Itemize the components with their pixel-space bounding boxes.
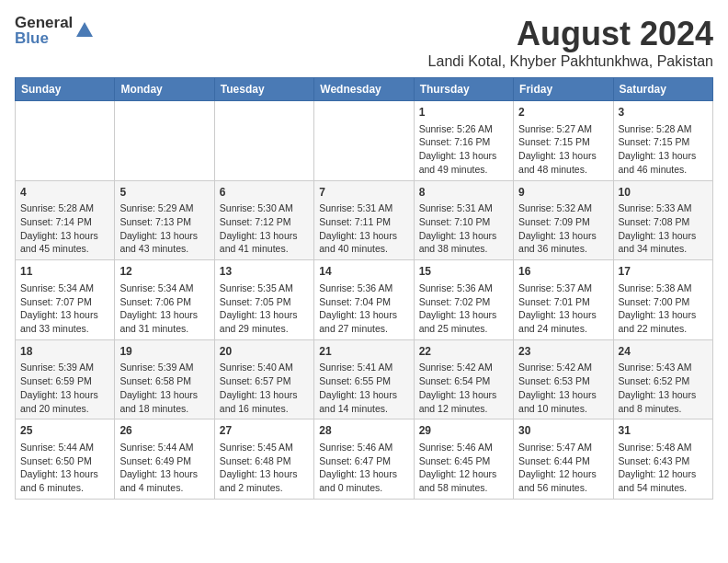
day-info: Sunrise: 5:34 AM Sunset: 7:06 PM Dayligh… bbox=[119, 282, 209, 336]
header-row: SundayMondayTuesdayWednesdayThursdayFrid… bbox=[16, 78, 713, 101]
day-info: Sunrise: 5:40 AM Sunset: 6:57 PM Dayligh… bbox=[220, 361, 309, 415]
day-number: 3 bbox=[619, 105, 708, 121]
day-number: 5 bbox=[119, 185, 209, 201]
day-info: Sunrise: 5:36 AM Sunset: 7:04 PM Dayligh… bbox=[319, 282, 408, 336]
day-number: 25 bbox=[20, 423, 109, 439]
calendar-title: August 2024 bbox=[428, 15, 713, 53]
day-info: Sunrise: 5:39 AM Sunset: 6:59 PM Dayligh… bbox=[20, 361, 109, 415]
day-info: Sunrise: 5:42 AM Sunset: 6:53 PM Dayligh… bbox=[518, 361, 608, 415]
day-info: Sunrise: 5:45 AM Sunset: 6:48 PM Dayligh… bbox=[220, 441, 309, 495]
day-info: Sunrise: 5:34 AM Sunset: 7:07 PM Dayligh… bbox=[20, 282, 109, 336]
day-cell: 20Sunrise: 5:40 AM Sunset: 6:57 PM Dayli… bbox=[214, 339, 313, 419]
day-info: Sunrise: 5:28 AM Sunset: 7:14 PM Dayligh… bbox=[20, 201, 109, 256]
day-cell: 29Sunrise: 5:46 AM Sunset: 6:45 PM Dayli… bbox=[414, 419, 513, 500]
day-info: Sunrise: 5:46 AM Sunset: 6:47 PM Dayligh… bbox=[319, 441, 408, 495]
day-info: Sunrise: 5:39 AM Sunset: 6:58 PM Dayligh… bbox=[119, 361, 209, 415]
day-number: 4 bbox=[20, 185, 109, 201]
day-cell bbox=[115, 101, 214, 181]
day-number: 8 bbox=[419, 185, 508, 201]
day-cell: 24Sunrise: 5:43 AM Sunset: 6:52 PM Dayli… bbox=[613, 339, 712, 419]
day-info: Sunrise: 5:44 AM Sunset: 6:50 PM Dayligh… bbox=[20, 441, 109, 495]
day-cell: 10Sunrise: 5:33 AM Sunset: 7:08 PM Dayli… bbox=[613, 180, 712, 260]
day-cell: 11Sunrise: 5:34 AM Sunset: 7:07 PM Dayli… bbox=[16, 260, 115, 340]
day-number: 7 bbox=[319, 185, 408, 201]
logo: General Blue bbox=[15, 15, 95, 46]
day-cell bbox=[16, 101, 115, 181]
day-cell: 15Sunrise: 5:36 AM Sunset: 7:02 PM Dayli… bbox=[414, 260, 513, 340]
day-number: 24 bbox=[619, 344, 708, 360]
day-info: Sunrise: 5:33 AM Sunset: 7:08 PM Dayligh… bbox=[619, 201, 708, 256]
day-cell: 2Sunrise: 5:27 AM Sunset: 7:15 PM Daylig… bbox=[514, 101, 613, 181]
day-cell: 27Sunrise: 5:45 AM Sunset: 6:48 PM Dayli… bbox=[214, 419, 313, 500]
day-info: Sunrise: 5:26 AM Sunset: 7:16 PM Dayligh… bbox=[419, 122, 508, 177]
col-header-saturday: Saturday bbox=[613, 78, 712, 101]
day-cell: 9Sunrise: 5:32 AM Sunset: 7:09 PM Daylig… bbox=[514, 180, 613, 260]
day-info: Sunrise: 5:35 AM Sunset: 7:05 PM Dayligh… bbox=[220, 282, 309, 336]
day-info: Sunrise: 5:38 AM Sunset: 7:00 PM Dayligh… bbox=[619, 282, 708, 336]
day-cell: 30Sunrise: 5:47 AM Sunset: 6:44 PM Dayli… bbox=[514, 419, 613, 500]
day-cell: 25Sunrise: 5:44 AM Sunset: 6:50 PM Dayli… bbox=[16, 419, 115, 500]
day-cell: 14Sunrise: 5:36 AM Sunset: 7:04 PM Dayli… bbox=[314, 260, 414, 340]
week-row-5: 25Sunrise: 5:44 AM Sunset: 6:50 PM Dayli… bbox=[16, 419, 713, 500]
day-info: Sunrise: 5:37 AM Sunset: 7:01 PM Dayligh… bbox=[518, 282, 608, 336]
day-number: 15 bbox=[419, 264, 508, 280]
day-number: 26 bbox=[119, 423, 209, 439]
day-cell: 26Sunrise: 5:44 AM Sunset: 6:49 PM Dayli… bbox=[115, 419, 214, 500]
day-number: 21 bbox=[319, 344, 408, 360]
day-cell bbox=[314, 101, 414, 181]
day-number: 6 bbox=[220, 185, 309, 201]
day-number: 12 bbox=[119, 264, 209, 280]
col-header-tuesday: Tuesday bbox=[214, 78, 313, 101]
day-cell: 6Sunrise: 5:30 AM Sunset: 7:12 PM Daylig… bbox=[214, 180, 313, 260]
day-cell: 28Sunrise: 5:46 AM Sunset: 6:47 PM Dayli… bbox=[314, 419, 414, 500]
day-number: 9 bbox=[518, 185, 608, 201]
week-row-1: 1Sunrise: 5:26 AM Sunset: 7:16 PM Daylig… bbox=[16, 101, 713, 181]
day-number: 2 bbox=[518, 105, 608, 121]
day-info: Sunrise: 5:29 AM Sunset: 7:13 PM Dayligh… bbox=[119, 201, 209, 256]
day-number: 22 bbox=[419, 344, 508, 360]
day-cell: 17Sunrise: 5:38 AM Sunset: 7:00 PM Dayli… bbox=[613, 260, 712, 340]
day-cell: 16Sunrise: 5:37 AM Sunset: 7:01 PM Dayli… bbox=[514, 260, 613, 340]
day-info: Sunrise: 5:28 AM Sunset: 7:15 PM Dayligh… bbox=[619, 122, 708, 177]
logo-general: General bbox=[15, 15, 73, 30]
day-cell: 3Sunrise: 5:28 AM Sunset: 7:15 PM Daylig… bbox=[613, 101, 712, 181]
day-number: 29 bbox=[419, 423, 508, 439]
day-info: Sunrise: 5:42 AM Sunset: 6:54 PM Dayligh… bbox=[419, 361, 508, 415]
day-info: Sunrise: 5:44 AM Sunset: 6:49 PM Dayligh… bbox=[119, 441, 209, 495]
day-number: 18 bbox=[20, 344, 109, 360]
day-number: 19 bbox=[119, 344, 209, 360]
day-number: 31 bbox=[619, 423, 708, 439]
col-header-monday: Monday bbox=[115, 78, 214, 101]
day-info: Sunrise: 5:30 AM Sunset: 7:12 PM Dayligh… bbox=[220, 201, 309, 256]
day-info: Sunrise: 5:27 AM Sunset: 7:15 PM Dayligh… bbox=[518, 122, 608, 177]
day-number: 30 bbox=[518, 423, 608, 439]
day-info: Sunrise: 5:41 AM Sunset: 6:55 PM Dayligh… bbox=[319, 361, 408, 415]
week-row-4: 18Sunrise: 5:39 AM Sunset: 6:59 PM Dayli… bbox=[16, 339, 713, 419]
day-cell: 22Sunrise: 5:42 AM Sunset: 6:54 PM Dayli… bbox=[414, 339, 513, 419]
day-cell: 13Sunrise: 5:35 AM Sunset: 7:05 PM Dayli… bbox=[214, 260, 313, 340]
day-info: Sunrise: 5:48 AM Sunset: 6:43 PM Dayligh… bbox=[619, 441, 708, 495]
day-number: 16 bbox=[518, 264, 608, 280]
day-number: 20 bbox=[220, 344, 309, 360]
day-info: Sunrise: 5:47 AM Sunset: 6:44 PM Dayligh… bbox=[518, 441, 608, 495]
day-cell: 31Sunrise: 5:48 AM Sunset: 6:43 PM Dayli… bbox=[613, 419, 712, 500]
page-header: General Blue August 2024 Landi Kotal, Kh… bbox=[15, 15, 713, 70]
day-cell: 5Sunrise: 5:29 AM Sunset: 7:13 PM Daylig… bbox=[115, 180, 214, 260]
calendar-subtitle: Landi Kotal, Khyber Pakhtunkhwa, Pakista… bbox=[428, 53, 713, 70]
day-number: 11 bbox=[20, 264, 109, 280]
title-section: August 2024 Landi Kotal, Khyber Pakhtunk… bbox=[428, 15, 713, 70]
week-row-3: 11Sunrise: 5:34 AM Sunset: 7:07 PM Dayli… bbox=[16, 260, 713, 340]
col-header-sunday: Sunday bbox=[16, 78, 115, 101]
svg-marker-0 bbox=[76, 22, 93, 37]
day-cell: 21Sunrise: 5:41 AM Sunset: 6:55 PM Dayli… bbox=[314, 339, 414, 419]
day-number: 27 bbox=[220, 423, 309, 439]
day-cell: 4Sunrise: 5:28 AM Sunset: 7:14 PM Daylig… bbox=[16, 180, 115, 260]
calendar-table: SundayMondayTuesdayWednesdayThursdayFrid… bbox=[15, 77, 713, 500]
day-info: Sunrise: 5:32 AM Sunset: 7:09 PM Dayligh… bbox=[518, 201, 608, 256]
day-number: 10 bbox=[619, 185, 708, 201]
col-header-thursday: Thursday bbox=[414, 78, 513, 101]
day-number: 1 bbox=[419, 105, 508, 121]
day-cell: 7Sunrise: 5:31 AM Sunset: 7:11 PM Daylig… bbox=[314, 180, 414, 260]
day-info: Sunrise: 5:31 AM Sunset: 7:11 PM Dayligh… bbox=[319, 201, 408, 256]
day-number: 13 bbox=[220, 264, 309, 280]
